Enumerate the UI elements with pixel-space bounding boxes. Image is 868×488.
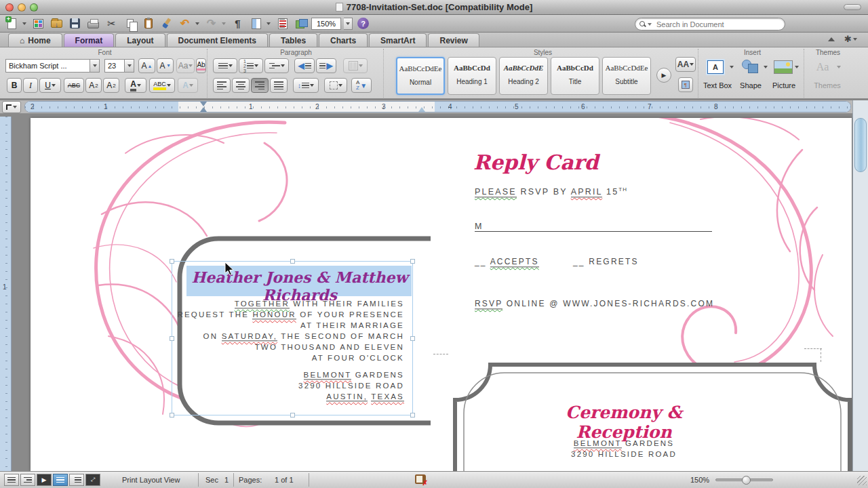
bullets-button[interactable] — [213, 58, 237, 73]
resize-handle[interactable] — [170, 336, 174, 341]
style-chip-normal[interactable]: AaBbCcDdEeNormal — [396, 57, 445, 95]
horizontal-ruler[interactable]: 2 1 1 2 3 4 5 6 7 8 — [24, 101, 851, 113]
clear-formatting-button[interactable]: Ab — [196, 58, 206, 73]
tab-tables[interactable]: Tables — [269, 33, 317, 47]
show-paragraph-marks-icon[interactable]: ¶ — [230, 16, 245, 30]
redo-dropdown[interactable] — [222, 22, 226, 25]
print-icon[interactable] — [85, 16, 101, 30]
rsvp-online-line[interactable]: RSVP ONLINE @ WWW.JONES-RICHARDS.COM — [475, 298, 714, 309]
zoom-dropdown[interactable] — [344, 18, 353, 30]
text-box-dropdown[interactable] — [730, 66, 734, 68]
resize-handle[interactable] — [410, 413, 415, 418]
text-box-icon[interactable]: A — [704, 57, 727, 77]
zoom-slider[interactable] — [715, 479, 773, 481]
rsvp-by-line[interactable]: PLEASE RSVP BY APRIL 15TH — [475, 184, 627, 197]
font-color-button[interactable]: A — [125, 78, 146, 93]
undo-dropdown[interactable] — [195, 22, 199, 25]
font-size-combo[interactable]: 23 — [104, 59, 125, 73]
open-icon[interactable]: ↓ — [49, 16, 64, 30]
numbering-button[interactable]: 123 — [239, 58, 263, 73]
superscript-button[interactable]: A2 — [85, 78, 102, 93]
multilevel-list-button[interactable] — [264, 58, 289, 73]
collapse-ribbon-icon[interactable] — [828, 37, 835, 41]
save-icon[interactable] — [67, 16, 83, 30]
full-screen-view-button[interactable]: ⤢ — [85, 474, 100, 486]
resize-handle[interactable] — [290, 413, 295, 418]
document-page[interactable]: Heather Jones & Matthew Richards TOGETHE… — [31, 118, 852, 471]
undo-icon[interactable]: ↶ — [177, 16, 193, 30]
style-chip-heading1[interactable]: AaBbCcDdHeading 1 — [448, 57, 496, 95]
strikethrough-button[interactable]: ABC — [64, 78, 84, 93]
tab-charts[interactable]: Charts — [319, 33, 368, 47]
paste-icon[interactable] — [140, 16, 156, 30]
draft-view-button[interactable] — [4, 474, 19, 486]
picture-icon[interactable] — [772, 57, 795, 77]
zoom-value-box[interactable]: 150% — [311, 18, 341, 30]
outline-view-button[interactable] — [20, 474, 35, 486]
elements-gallery-icon[interactable] — [31, 16, 46, 30]
align-right-button[interactable] — [251, 78, 269, 93]
tab-smartart[interactable]: SmartArt — [369, 33, 427, 47]
reply-card-heading[interactable]: Reply Card — [473, 150, 598, 174]
view-layout-dropdown[interactable] — [267, 22, 271, 25]
font-name-combo[interactable]: Bickham Script ... — [5, 59, 90, 73]
themes-dropdown[interactable] — [837, 66, 841, 68]
tab-layout[interactable]: Layout — [115, 33, 165, 47]
media-browser-icon[interactable] — [293, 16, 309, 30]
shape-icon[interactable] — [739, 57, 762, 77]
sort-button[interactable]: AZ▼ — [351, 78, 372, 93]
resize-handle[interactable] — [290, 259, 295, 264]
shrink-font-button[interactable]: A▲ — [157, 58, 174, 73]
spelling-status-icon[interactable] — [415, 474, 426, 484]
vertical-scrollbar[interactable] — [852, 100, 868, 471]
view-layout-icon[interactable] — [248, 16, 264, 30]
tab-review[interactable]: Review — [428, 33, 479, 47]
tab-home[interactable]: ⌂Home — [8, 33, 62, 47]
copy-icon[interactable] — [122, 16, 138, 30]
first-line-indent-marker[interactable] — [200, 102, 207, 106]
vertical-ruler[interactable]: 1 — [0, 117, 12, 471]
underline-button[interactable]: U — [39, 78, 61, 93]
text-effects-button[interactable]: A — [178, 78, 198, 93]
print-layout-view-button[interactable] — [53, 474, 68, 486]
search-options-dropdown[interactable] — [648, 23, 652, 26]
search-box[interactable] — [635, 18, 785, 30]
scrollbar-thumb[interactable] — [854, 118, 867, 172]
redo-icon[interactable]: ↷ — [203, 16, 219, 30]
new-document-dropdown[interactable] — [22, 22, 26, 25]
window-resize-grip[interactable] — [857, 476, 867, 485]
style-chip-subtitle[interactable]: AaBbCcDdEeSubtitle — [602, 57, 651, 95]
hanging-indent-marker[interactable] — [200, 107, 207, 112]
new-document-icon[interactable]: + — [4, 16, 20, 30]
tab-document-elements[interactable]: Document Elements — [167, 33, 268, 47]
style-chip-heading2[interactable]: AaBbCcDdEHeading 2 — [499, 57, 548, 95]
resize-handle[interactable] — [410, 259, 415, 264]
change-case-button[interactable]: Aa — [176, 58, 195, 73]
styles-scroll-arrow[interactable]: ▶ — [656, 68, 671, 83]
publishing-layout-view-button[interactable]: ▶ — [37, 474, 52, 486]
reply-name-line[interactable]: M — [475, 220, 712, 232]
line-spacing-button[interactable]: ↕ — [293, 78, 319, 93]
search-input[interactable] — [655, 20, 781, 29]
flourish-right-image[interactable] — [639, 118, 840, 390]
ribbon-settings-gear-icon[interactable]: ✱ — [844, 35, 859, 43]
ceremony-venue[interactable]: BELMONT GARDENS 3290 HILLSIDE ROAD — [522, 438, 726, 460]
subscript-button[interactable]: A2 — [103, 78, 119, 93]
justify-button[interactable] — [270, 78, 288, 93]
increase-indent-button[interactable]: ▶ — [316, 58, 336, 73]
tab-format[interactable]: Format — [64, 33, 115, 47]
resize-handle[interactable] — [410, 336, 415, 341]
text-styles-button[interactable]: AA — [675, 57, 696, 72]
accepts-line[interactable]: __ ACCEPTS — [475, 256, 539, 267]
selected-text-box[interactable] — [172, 261, 413, 415]
borders-button[interactable] — [324, 78, 347, 93]
resize-handle[interactable] — [170, 413, 174, 418]
toolbar-toggle-pill[interactable] — [844, 4, 861, 10]
themes-icon[interactable]: Aa — [811, 57, 834, 77]
highlight-button[interactable]: ABC — [149, 78, 175, 93]
shape-dropdown[interactable] — [764, 66, 768, 68]
italic-button[interactable]: I — [23, 78, 38, 93]
right-indent-marker[interactable] — [418, 107, 425, 112]
columns-button[interactable] — [343, 58, 368, 73]
grow-font-button[interactable]: A▲ — [138, 58, 155, 73]
